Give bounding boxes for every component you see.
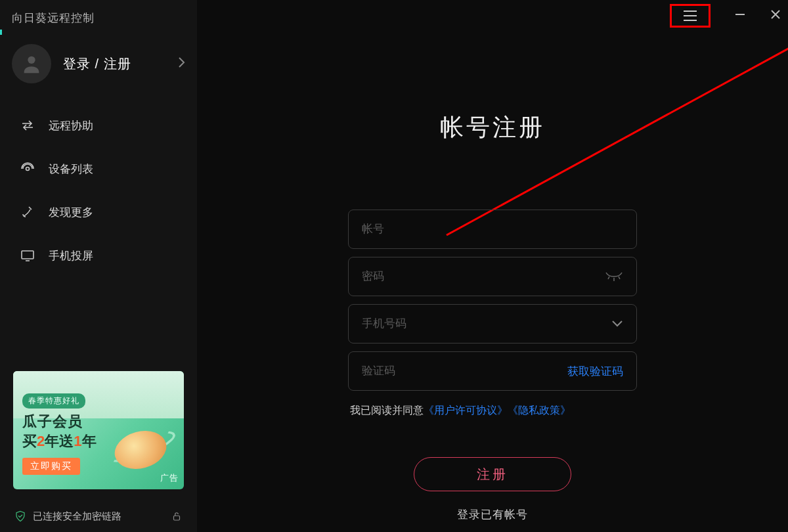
shield-icon	[14, 510, 26, 522]
minimize-icon	[734, 9, 746, 20]
minimize-button[interactable]	[734, 7, 746, 24]
chevron-down-icon[interactable]	[611, 320, 623, 328]
phone-field[interactable]	[348, 304, 637, 344]
status-bar: 已连接安全加密链路	[0, 500, 197, 532]
svg-point-0	[28, 56, 35, 64]
account-label: 登录 / 注册	[63, 55, 177, 73]
broadcast-icon	[18, 160, 37, 178]
swap-icon	[18, 116, 37, 135]
form-title: 帐号注册	[440, 112, 545, 144]
sidebar-item-label: 设备列表	[49, 162, 93, 177]
eye-closed-icon[interactable]	[605, 271, 623, 282]
accent-indicator	[0, 30, 2, 35]
promo-line2: 买2年送1年	[22, 432, 97, 451]
user-agreement-link[interactable]: 《用户许可协议》	[424, 404, 508, 418]
register-form: 帐号注册 获取验证码 我已阅读并同意	[197, 112, 788, 522]
promo-ad-tag: 广告	[160, 472, 179, 484]
close-icon	[770, 9, 781, 20]
sidebar-item-label: 远程协助	[49, 118, 93, 133]
login-existing-link[interactable]: 登录已有帐号	[457, 507, 528, 522]
sidebar-item-discover[interactable]: 发现更多	[0, 203, 197, 221]
lock-icon[interactable]	[171, 510, 183, 522]
app-window: 向日葵远程控制 登录 / 注册 远程协助 设备列表	[0, 0, 788, 532]
promo-line2-num2: 1	[74, 433, 81, 449]
promo-pill: 春季特惠好礼	[22, 393, 85, 409]
svg-rect-3	[174, 516, 180, 520]
hamburger-icon	[682, 10, 698, 22]
promo-line2-num1: 2	[37, 433, 45, 449]
user-icon	[20, 53, 43, 75]
chevron-right-icon	[177, 56, 185, 72]
sidebar-item-label: 手机投屏	[49, 248, 93, 263]
avatar	[12, 44, 51, 83]
satellite-icon	[18, 203, 37, 221]
svg-point-1	[26, 167, 30, 171]
promo-line1: 瓜子会员	[22, 412, 83, 432]
agreement-row: 我已阅读并同意 《用户许可协议》 《隐私政策》	[350, 404, 639, 418]
svg-rect-2	[22, 251, 33, 259]
sidebar-nav: 远程协助 设备列表 发现更多 手机投屏	[0, 97, 197, 265]
account-field[interactable]	[348, 210, 637, 249]
privacy-policy-link[interactable]: 《隐私政策》	[508, 404, 571, 418]
status-text: 已连接安全加密链路	[33, 510, 121, 523]
main-content: 帐号注册 获取验证码 我已阅读并同意	[197, 0, 788, 532]
agree-prefix: 我已阅读并同意	[350, 404, 424, 418]
code-field[interactable]: 获取验证码	[348, 351, 637, 391]
phone-input[interactable]	[362, 317, 611, 330]
window-controls	[670, 4, 781, 28]
sidebar-item-device-list[interactable]: 设备列表	[0, 160, 197, 178]
get-code-button[interactable]: 获取验证码	[567, 364, 623, 379]
promo-line2-mid: 年送	[45, 433, 74, 449]
promo-buy-button[interactable]: 立即购买	[22, 458, 80, 475]
close-button[interactable]	[770, 9, 781, 23]
password-input[interactable]	[362, 270, 605, 283]
account-login-row[interactable]: 登录 / 注册	[0, 32, 197, 97]
sidebar-item-remote-assist[interactable]: 远程协助	[0, 116, 197, 135]
window-title: 向日葵远程控制	[0, 0, 197, 32]
code-input[interactable]	[362, 365, 567, 378]
password-field[interactable]	[348, 257, 637, 296]
menu-button[interactable]	[670, 4, 711, 28]
register-button[interactable]: 注册	[414, 457, 571, 491]
account-input[interactable]	[362, 223, 623, 236]
cast-icon	[18, 246, 37, 265]
promo-banner[interactable]: 春季特惠好礼 瓜子会员 买2年送1年 立即购买 广告	[13, 371, 184, 489]
promo-line2-suffix: 年	[82, 433, 97, 449]
sidebar: 向日葵远程控制 登录 / 注册 远程协助 设备列表	[0, 0, 197, 532]
sidebar-item-label: 发现更多	[49, 205, 93, 220]
promo-line2-prefix: 买	[22, 433, 37, 449]
sidebar-item-screen-cast[interactable]: 手机投屏	[0, 246, 197, 265]
